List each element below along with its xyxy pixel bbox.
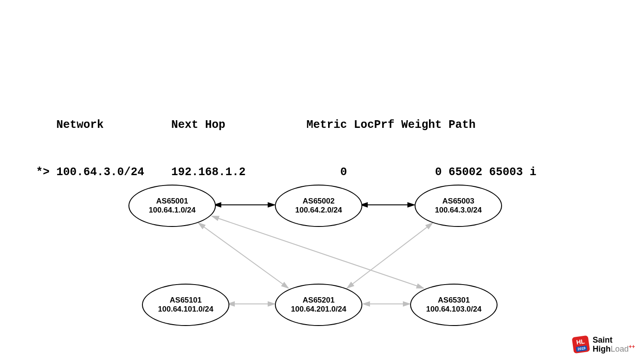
- edge-n1-n6: [212, 216, 424, 288]
- logo-text: Saint HighLoad++: [593, 336, 635, 353]
- edge-n1-n5: [198, 223, 288, 288]
- route-header: Network Next Hop Metric LocPrf Weight Pa…: [36, 117, 536, 133]
- edge-n3-n5: [347, 223, 433, 288]
- conference-logo: HL 2019 Saint HighLoad++: [573, 336, 635, 353]
- logo-badge: HL 2019: [572, 335, 590, 354]
- node-as65002: AS65002100.64.2.0/24: [275, 185, 362, 227]
- node-as65201: AS65201100.64.201.0/24: [275, 284, 362, 326]
- node-as65101: AS65101100.64.101.0/24: [142, 284, 229, 326]
- node-as65003: AS65003100.64.3.0/24: [415, 185, 502, 227]
- node-as65001: AS65001100.64.1.0/24: [128, 185, 216, 227]
- as-topology-diagram: AS65001100.64.1.0/24 AS65002100.64.2.0/2…: [126, 176, 505, 333]
- node-as65301: AS65301100.64.103.0/24: [410, 284, 498, 326]
